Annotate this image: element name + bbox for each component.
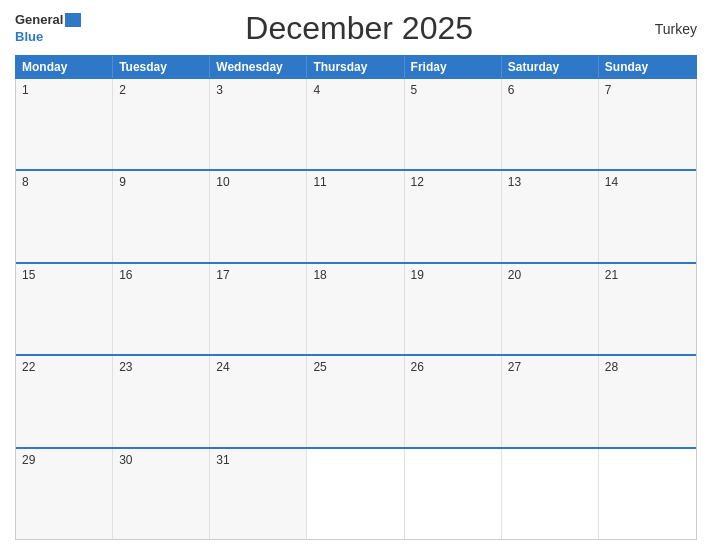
day-4: 4 [307, 79, 404, 169]
logo-flag-icon [65, 13, 81, 27]
calendar-page: General Blue December 2025 Turkey Monday… [0, 0, 712, 550]
day-8: 8 [16, 171, 113, 261]
day-empty-2 [405, 449, 502, 539]
day-31: 31 [210, 449, 307, 539]
header-monday: Monday [16, 56, 113, 78]
day-21: 21 [599, 264, 696, 354]
day-empty-1 [307, 449, 404, 539]
day-27: 27 [502, 356, 599, 446]
calendar-body: 1 2 3 4 5 6 7 8 9 10 11 12 13 14 15 16 [15, 79, 697, 540]
header-thursday: Thursday [307, 56, 404, 78]
header-friday: Friday [405, 56, 502, 78]
day-19: 19 [405, 264, 502, 354]
day-30: 30 [113, 449, 210, 539]
day-16: 16 [113, 264, 210, 354]
day-1: 1 [16, 79, 113, 169]
day-5: 5 [405, 79, 502, 169]
week-4: 22 23 24 25 26 27 28 [16, 354, 696, 446]
calendar-header: Monday Tuesday Wednesday Thursday Friday… [15, 55, 697, 79]
day-2: 2 [113, 79, 210, 169]
day-15: 15 [16, 264, 113, 354]
header-saturday: Saturday [502, 56, 599, 78]
header-sunday: Sunday [599, 56, 696, 78]
header-wednesday: Wednesday [210, 56, 307, 78]
day-20: 20 [502, 264, 599, 354]
day-empty-4 [599, 449, 696, 539]
logo-general-text: General [15, 13, 63, 26]
header: General Blue December 2025 Turkey [15, 10, 697, 47]
day-7: 7 [599, 79, 696, 169]
day-24: 24 [210, 356, 307, 446]
day-13: 13 [502, 171, 599, 261]
week-3: 15 16 17 18 19 20 21 [16, 262, 696, 354]
day-22: 22 [16, 356, 113, 446]
day-12: 12 [405, 171, 502, 261]
day-14: 14 [599, 171, 696, 261]
month-title: December 2025 [81, 10, 637, 47]
week-2: 8 9 10 11 12 13 14 [16, 169, 696, 261]
week-5: 29 30 31 [16, 447, 696, 539]
logo-blue-text: Blue [15, 29, 43, 44]
day-26: 26 [405, 356, 502, 446]
day-9: 9 [113, 171, 210, 261]
week-1: 1 2 3 4 5 6 7 [16, 79, 696, 169]
day-11: 11 [307, 171, 404, 261]
day-17: 17 [210, 264, 307, 354]
header-tuesday: Tuesday [113, 56, 210, 78]
calendar: Monday Tuesday Wednesday Thursday Friday… [15, 55, 697, 540]
day-25: 25 [307, 356, 404, 446]
day-28: 28 [599, 356, 696, 446]
day-6: 6 [502, 79, 599, 169]
day-18: 18 [307, 264, 404, 354]
day-3: 3 [210, 79, 307, 169]
logo: General Blue [15, 13, 81, 45]
day-10: 10 [210, 171, 307, 261]
day-29: 29 [16, 449, 113, 539]
day-empty-3 [502, 449, 599, 539]
country-label: Turkey [637, 21, 697, 37]
day-23: 23 [113, 356, 210, 446]
